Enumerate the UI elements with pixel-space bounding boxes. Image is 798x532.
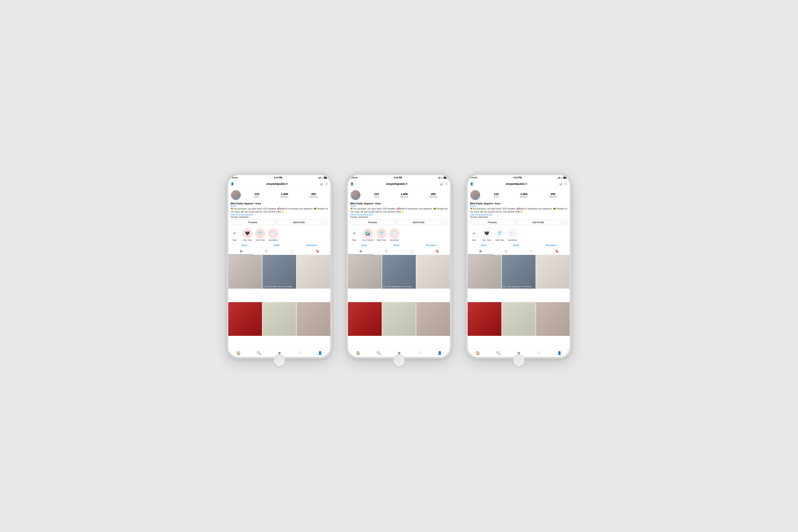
options-button-3[interactable]: ⌄ (562, 220, 568, 225)
grid-cell-2-2[interactable]: First I drink coffee, then I do the thin… (382, 255, 416, 289)
nav-profile-2[interactable]: 👤 (436, 350, 443, 357)
nav-profile-3[interactable]: 👤 (556, 350, 563, 357)
chart-icon-1[interactable]: 📊 (320, 183, 323, 186)
tab-grid-3[interactable]: ⊞ (468, 248, 493, 255)
grid-cell-1-6[interactable] (297, 302, 330, 336)
highlight-styletees-3[interactable]: 👕 Style Tees (495, 229, 505, 241)
footer-email-3[interactable]: Email (513, 244, 519, 247)
promote-button-1[interactable]: Promote (230, 220, 275, 225)
profile-brand-1[interactable]: Brand (230, 205, 328, 207)
grid-cell-1-2[interactable]: First I drink coffee, then I do the thin… (263, 255, 296, 289)
tab-tagged-2[interactable]: ◻ (399, 248, 424, 255)
highlight-eco-2[interactable]: 🌍 Eco-Friendly (362, 229, 374, 241)
grid-cell-1-5[interactable] (263, 302, 296, 336)
grid-cell-2-3[interactable] (416, 255, 450, 289)
username-1[interactable]: shopwildpublic ▾ (266, 183, 287, 186)
options-button-2[interactable]: ⌄ (442, 220, 448, 225)
nav-heart-2[interactable]: ♡ (416, 350, 423, 357)
home-button-3[interactable] (513, 355, 525, 367)
grid-cell-2-6[interactable] (416, 302, 450, 336)
grid-cell-1-4[interactable] (228, 302, 262, 336)
home-button-2[interactable] (393, 355, 405, 367)
tab-list-1[interactable]: ☰ (254, 248, 279, 255)
avatar-2[interactable]: ✓ (350, 190, 361, 201)
grid-cell-2-4[interactable] (348, 302, 382, 336)
promote-button-2[interactable]: Promote (350, 220, 395, 225)
clock-icon-2[interactable]: 🕐 (444, 183, 448, 186)
highlight-newtees-3[interactable]: 🖤 New Tees (482, 229, 492, 241)
edit-profile-button-3[interactable]: Edit Profile (516, 220, 561, 225)
highlight-newsletter-1[interactable]: ✉️ Newsletter (268, 229, 278, 241)
nav-search-3[interactable]: 🔍 (495, 350, 501, 357)
options-button-1[interactable]: ⌄ (323, 220, 328, 225)
footer-shop-1[interactable]: Shop (242, 244, 247, 247)
highlight-newtees-1[interactable]: 🖤 New Tees (243, 229, 252, 241)
stat-posts-1[interactable]: 233 posts (254, 192, 259, 198)
grid-cell-3-1[interactable] (468, 255, 501, 289)
stat-following-1[interactable]: 450 following (310, 192, 318, 198)
grid-cell-3-2[interactable]: First I drink coffee, then I do the thin… (502, 255, 535, 289)
nav-home-3[interactable]: 🏠 (475, 350, 481, 357)
grid-cell-3-5[interactable] (502, 302, 535, 336)
tab-grid-2[interactable]: ⊞ (348, 248, 374, 255)
promote-button-3[interactable]: Promote (470, 220, 515, 225)
highlight-style-2[interactable]: 👕 Style Tees (377, 229, 386, 241)
grid-cell-3-3[interactable] (536, 255, 570, 289)
stat-following-3[interactable]: 450 following (549, 192, 557, 198)
grid-cell-2-1[interactable] (348, 255, 382, 289)
highlight-add-1[interactable]: + New (230, 229, 240, 241)
stat-following-2[interactable]: 450 following (430, 192, 437, 198)
tab-list-3[interactable]: ☰ (493, 248, 519, 255)
nav-heart-3[interactable]: ♡ (536, 350, 543, 357)
grid-cell-3-4[interactable] (468, 302, 501, 336)
profile-brand-3[interactable]: Brand (470, 205, 568, 207)
nav-home-1[interactable]: 🏠 (235, 350, 242, 357)
stat-followers-3[interactable]: 1,958 followers (520, 192, 528, 198)
footer-directions-3[interactable]: Directions (546, 244, 556, 247)
clock-icon-1[interactable]: 🕐 (325, 183, 328, 186)
tab-tagged-1[interactable]: ◻ (279, 248, 305, 255)
stat-posts-2[interactable]: 233 posts (374, 192, 379, 198)
footer-email-2[interactable]: Email (394, 244, 399, 247)
edit-profile-button-2[interactable]: Edit Profile (396, 220, 441, 225)
stat-followers-2[interactable]: 1,958 followers (400, 192, 408, 198)
profile-link-1[interactable]: linktr.ee/shopwildpublic (230, 213, 328, 216)
profile-brand-2[interactable]: Brand (350, 205, 448, 207)
tab-grid-1[interactable]: ⊞ (228, 248, 254, 255)
edit-profile-button-1[interactable]: Edit Profile (277, 220, 321, 225)
username-2[interactable]: shopwildpublic ▾ (386, 183, 407, 186)
grid-cell-2-5[interactable] (382, 302, 416, 336)
grid-cell-3-6[interactable] (536, 302, 570, 336)
footer-shop-2[interactable]: Shop (361, 244, 367, 247)
footer-email-1[interactable]: Email (274, 244, 280, 247)
footer-directions-2[interactable]: Directions (426, 244, 437, 247)
home-button-1[interactable] (273, 355, 285, 367)
tab-saved-3[interactable]: 🔖 (544, 248, 570, 255)
nav-home-2[interactable]: 🏠 (355, 350, 362, 357)
person-icon-3[interactable]: 👤 (470, 182, 474, 186)
profile-link-2[interactable]: linktr.ee/shopwildpublic (350, 213, 448, 216)
highlight-add-2[interactable]: + New (349, 229, 359, 241)
nav-heart-1[interactable]: ♡ (297, 350, 303, 357)
username-3[interactable]: shopwildpublic ▾ (506, 183, 527, 186)
highlight-newsletter-3[interactable]: ✉️ Newsletter (508, 229, 517, 241)
nav-search-1[interactable]: 🔍 (255, 350, 262, 357)
tab-saved-2[interactable]: 🔖 (424, 248, 450, 255)
highlight-newsletter-2[interactable]: ✉️ Newsletter (390, 229, 399, 241)
grid-cell-1-1[interactable] (228, 255, 262, 289)
person-icon-2[interactable]: 👤 (350, 182, 354, 186)
stat-posts-3[interactable]: 233 posts (494, 192, 499, 198)
footer-directions-1[interactable]: Directions (306, 244, 317, 247)
stat-followers-1[interactable]: 1,958 followers (281, 192, 289, 198)
tab-tagged-3[interactable]: ◻ (519, 248, 544, 255)
chart-icon-3[interactable]: 📊 (559, 183, 563, 186)
grid-cell-1-3[interactable] (297, 255, 330, 289)
avatar-3[interactable]: ✓ (470, 190, 480, 201)
person-icon-1[interactable]: 👤 (230, 182, 234, 186)
nav-profile-1[interactable]: 👤 (317, 350, 323, 357)
footer-shop-3[interactable]: Shop (481, 244, 487, 247)
highlight-styletees-1[interactable]: 👕 Style Tees (255, 229, 265, 241)
tab-list-2[interactable]: ☰ (374, 248, 399, 255)
profile-link-3[interactable]: linktr.ee/shopwildpublic (470, 213, 568, 216)
chart-icon-2[interactable]: 📊 (439, 183, 443, 186)
